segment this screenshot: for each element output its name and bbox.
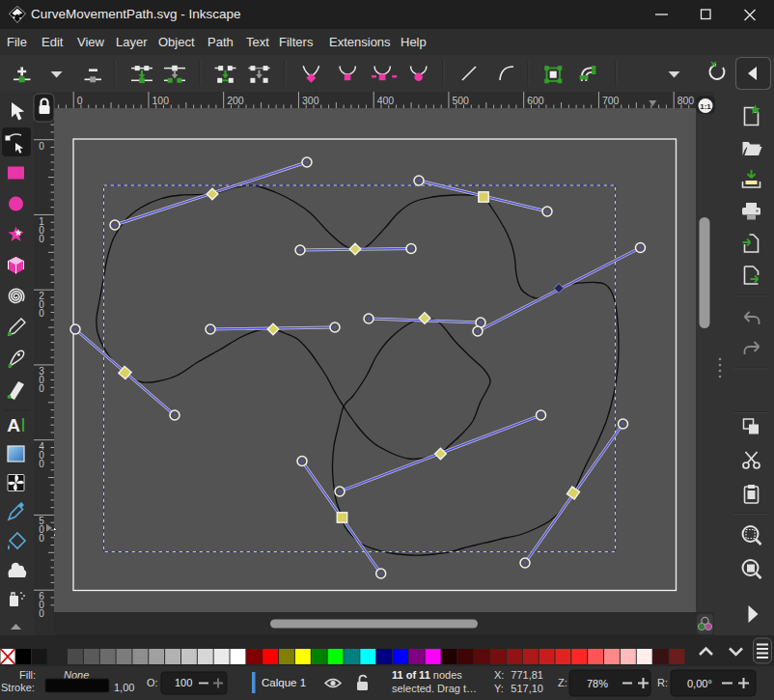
svg-text:800: 800 <box>677 95 695 106</box>
svg-text:0: 0 <box>39 383 44 394</box>
svg-text:100: 100 <box>175 677 192 688</box>
svg-text:517,10: 517,10 <box>511 683 543 694</box>
svg-text:Y:: Y: <box>494 683 504 694</box>
svg-text:300: 300 <box>302 95 319 106</box>
svg-text:1,00: 1,00 <box>114 682 134 693</box>
svg-text:11 of 11 nodes: 11 of 11 nodes <box>392 669 462 681</box>
svg-text:Fill:: Fill: <box>19 669 36 681</box>
svg-text:0: 0 <box>39 141 44 152</box>
svg-text:1:1: 1:1 <box>700 102 711 111</box>
svg-text:0: 0 <box>39 533 44 544</box>
svg-text:Calque 1: Calque 1 <box>262 677 306 688</box>
svg-text:700: 700 <box>602 95 620 106</box>
svg-text:78%: 78% <box>587 678 608 689</box>
svg-text:771,81: 771,81 <box>511 669 543 681</box>
svg-text:0: 0 <box>77 95 83 106</box>
svg-text:100: 100 <box>152 95 170 106</box>
svg-text:400: 400 <box>377 95 395 106</box>
svg-text:500: 500 <box>452 95 469 106</box>
svg-text:0: 0 <box>39 234 44 244</box>
svg-text:0: 0 <box>39 608 44 619</box>
svg-text:selected. Drag t…: selected. Drag t… <box>392 683 477 694</box>
svg-text:0: 0 <box>39 459 44 469</box>
svg-text:Z:: Z: <box>558 677 567 688</box>
svg-text:Stroke:: Stroke: <box>1 682 35 693</box>
svg-text:A: A <box>7 415 20 435</box>
svg-text:200: 200 <box>227 95 244 106</box>
svg-text:600: 600 <box>527 95 544 106</box>
svg-text:X:: X: <box>494 669 504 681</box>
svg-text:0: 0 <box>39 308 44 319</box>
svg-text:0,00°: 0,00° <box>687 678 712 689</box>
svg-text:R:: R: <box>657 677 668 688</box>
svg-text:O:: O: <box>147 677 158 688</box>
